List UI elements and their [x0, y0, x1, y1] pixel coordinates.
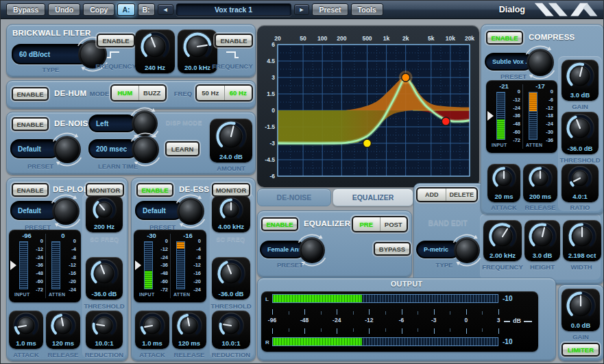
deplode-release-knob[interactable]: 120 ms	[46, 311, 80, 349]
deess-reduction-knob[interactable]: 10.0:1	[212, 311, 250, 349]
deess-monitor-button[interactable]: MONITOR	[212, 183, 250, 197]
compress-gain-label: GAIN	[561, 103, 599, 110]
threshold-marker[interactable]	[10, 260, 16, 270]
ab-a-button[interactable]: A:	[117, 3, 134, 16]
pre-option[interactable]: PRE	[353, 217, 380, 231]
preset-name-display[interactable]: Vox track 1	[176, 3, 291, 16]
tab-equalizer[interactable]: EQUALIZER	[333, 189, 413, 206]
hp-frequency-knob[interactable]: 240 Hz	[135, 29, 175, 73]
deess-attack-value: 1.0 ms	[135, 339, 169, 347]
svg-text:4.5: 4.5	[267, 58, 275, 64]
threshold-marker[interactable]	[487, 111, 494, 121]
compress-threshold-knob[interactable]: -36.0 dB	[561, 112, 599, 154]
svg-text:20: 20	[274, 35, 281, 42]
deess-release-value: 120 ms	[172, 339, 206, 347]
deess-reduction-label: REDUCTION	[206, 351, 256, 359]
eq-band-handle[interactable]	[363, 139, 372, 147]
freq-60hz-option[interactable]: 60 Hz	[225, 86, 252, 100]
input-meter-bar	[496, 92, 505, 140]
band-height-knob[interactable]: 3.0 dB	[524, 220, 560, 261]
svg-text:0: 0	[271, 107, 275, 114]
compress-ratio-label: RATIO	[561, 204, 599, 211]
deplode-monitor-button[interactable]: MONITOR	[86, 183, 124, 197]
tab-denoise[interactable]: DE-NOISE	[257, 189, 331, 206]
deplode-enable-button[interactable]: ENABLE	[12, 183, 49, 197]
delete-band-button[interactable]: DELETE	[446, 189, 476, 201]
deess-sc-freq-label: SC FREQ	[209, 235, 252, 243]
deess-threshold-knob[interactable]: -36.0 dB	[212, 257, 250, 300]
eq-band-handle[interactable]	[402, 73, 410, 82]
next-preset-button[interactable]: ►	[294, 4, 310, 15]
deess-meter: -30 -16 0-12-24-36-48-60-72 0-4-8-12-16-…	[134, 230, 206, 302]
denoise-amount-knob[interactable]: 24.0 dB	[210, 119, 252, 162]
band-width-knob[interactable]: 2.198 oct	[563, 220, 601, 261]
hum-option[interactable]: HUM	[112, 86, 139, 100]
svg-text:100: 100	[317, 35, 327, 42]
equalizer-bypass-button[interactable]: BYPASS	[374, 242, 411, 256]
band-frequency-knob[interactable]: 2.00 kHz	[483, 220, 522, 261]
prev-preset-button[interactable]: ◄	[158, 4, 173, 15]
compress-release-value: 200 ms	[523, 193, 557, 200]
deess-enable-button[interactable]: ENABLE	[136, 183, 173, 197]
deess-sc-freq-value: 4.00 kHz	[212, 223, 250, 230]
preset-menu-button[interactable]: Preset	[312, 3, 348, 16]
lp-enable-button[interactable]: ENABLE	[215, 34, 253, 47]
svg-text:5k: 5k	[428, 35, 435, 42]
output-gain-knob[interactable]: 0.0 dB	[561, 289, 600, 331]
equalizer-enable-button[interactable]: ENABLE	[261, 217, 298, 231]
output-meter-scale: -96-48-24-12-6-303	[272, 305, 498, 338]
deplode-threshold-knob[interactable]: -36.0 dB	[86, 257, 123, 300]
deess-reduction-value: 10.0:1	[212, 339, 250, 347]
learn-button[interactable]: LEARN	[165, 141, 200, 156]
copy-button[interactable]: Copy	[83, 3, 114, 16]
equalizer-title: EQUALIZER	[304, 219, 350, 228]
compress-ratio-value: 4.0:1	[561, 193, 599, 200]
compress-ratio-knob[interactable]: 4.0:1	[561, 164, 599, 202]
deess-attack-knob[interactable]: 1.0 ms	[135, 311, 169, 349]
band-type-selector-knob[interactable]	[453, 236, 481, 264]
bypass-button[interactable]: Bypass	[6, 3, 45, 16]
deplode-reduction-value: 10.0:1	[86, 339, 123, 347]
dehum-enable-button[interactable]: ENABLE	[12, 87, 49, 101]
deplode-attack-knob[interactable]: 1.0 ms	[9, 311, 43, 349]
disp-mode-display[interactable]: Left	[88, 114, 136, 132]
tools-menu-button[interactable]: Tools	[351, 3, 383, 16]
compress-attack-knob[interactable]: 20 ms	[487, 164, 520, 202]
limiter-button[interactable]: LIMITER	[561, 343, 600, 356]
compress-release-knob[interactable]: 200 ms	[523, 164, 557, 202]
denoise-preset-selector-knob[interactable]	[53, 135, 82, 164]
deplode-preset-selector-knob[interactable]	[51, 197, 80, 226]
deess-threshold-label: THRESHOLD	[206, 302, 256, 310]
deess-sc-freq-knob[interactable]: 4.00 kHz	[212, 195, 250, 232]
compress-gain-knob[interactable]: 3.0 dB	[561, 60, 599, 101]
buzz-option[interactable]: BUZZ	[139, 86, 166, 100]
deplode-sc-freq-knob[interactable]: 200 Hz	[86, 195, 123, 232]
hp-frequency-label: FREQUENCY	[93, 62, 139, 70]
deess-release-knob[interactable]: 120 ms	[172, 311, 206, 349]
band-height-value: 3.0 dB	[524, 252, 560, 259]
post-option[interactable]: POST	[380, 217, 407, 231]
band-width-label: WIDTH	[560, 263, 603, 271]
equalizer-preset-label: PRESET	[269, 261, 311, 269]
freq-50hz-option[interactable]: 50 Hz	[197, 86, 225, 100]
ab-b-button[interactable]: B:	[138, 3, 155, 16]
learn-time-selector-knob[interactable]	[131, 135, 160, 164]
disp-mode-label: DISP MODE	[162, 119, 205, 126]
highpass-filter-icon	[105, 50, 121, 60]
hp-enable-button[interactable]: ENABLE	[97, 34, 135, 47]
compress-threshold-value: -36.0 dB	[561, 145, 599, 152]
deess-preset-selector-knob[interactable]	[176, 197, 205, 226]
eq-band-handle[interactable]	[442, 117, 450, 125]
add-band-button[interactable]: ADD	[418, 189, 446, 201]
equalizer-preset-selector-knob[interactable]	[298, 236, 326, 264]
output-meter: L -10 -96-48-24-12-6-303 dB R -10	[261, 291, 538, 352]
threshold-marker[interactable]	[135, 260, 141, 270]
deplode-reduction-knob[interactable]: 10.0:1	[86, 311, 123, 349]
left-channel-label: L	[265, 296, 269, 302]
denoise-enable-button[interactable]: ENABLE	[12, 117, 49, 131]
compress-enable-button[interactable]: ENABLE	[486, 31, 523, 45]
undo-button[interactable]: Undo	[48, 3, 80, 16]
compress-release-label: RELEASE	[522, 204, 559, 211]
eq-graph[interactable]: 20501002005001k2k5k10k20k64.531.50-1.5-3…	[261, 29, 475, 183]
deplode-meter: -96 0 0-12-24-36-48-60-72 0-4-8-12-16-20…	[9, 230, 81, 302]
